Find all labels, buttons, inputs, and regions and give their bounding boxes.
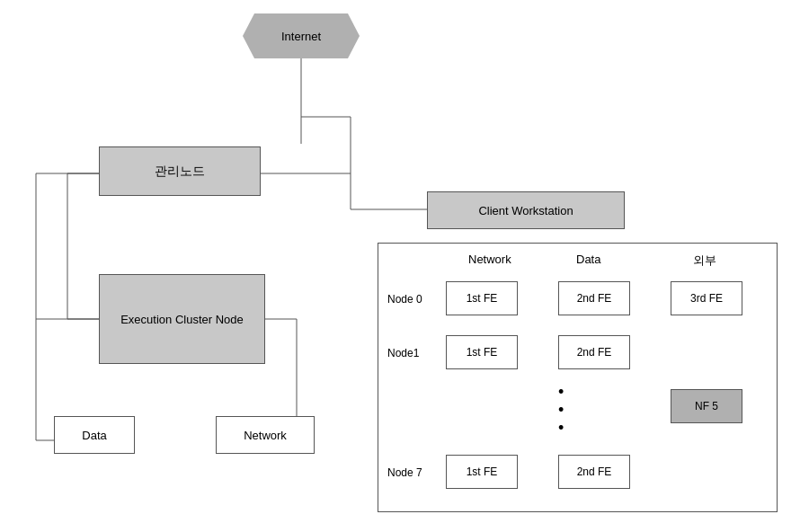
col-network-header: Network [468, 253, 511, 266]
client-workstation-label: Client Workstation [478, 204, 573, 217]
node0-label: Node 0 [387, 293, 422, 306]
node0-3rdFE: 3rd FE [671, 281, 742, 315]
execution-cluster-node: Execution Cluster Node [99, 274, 265, 364]
execution-cluster-label: Execution Cluster Node [120, 313, 244, 326]
node0-1stFE: 1st FE [446, 281, 518, 315]
dots-indicator3: • [558, 419, 566, 438]
internet-node: Internet [243, 9, 360, 63]
node0-2ndFE: 2nd FE [558, 281, 630, 315]
diagram: Internet 관리노드 Client Workstation Executi… [0, 0, 800, 532]
node1-label: Node1 [387, 347, 419, 359]
col-data-header: Data [576, 253, 600, 266]
management-node: 관리노드 [99, 146, 261, 196]
client-workstation: Client Workstation [427, 191, 625, 229]
nf5-cell: NF 5 [671, 389, 742, 423]
network-box: Network [216, 416, 315, 454]
node7-1stFE: 1st FE [446, 455, 518, 489]
grid-container: Network Data 외부 Node 0 1st FE 2nd FE 3rd… [378, 243, 778, 512]
internet-hex: Internet [243, 13, 360, 58]
data-label: Data [82, 429, 106, 442]
node7-label: Node 7 [387, 466, 422, 479]
network-label: Network [244, 429, 287, 442]
management-node-label: 관리노드 [155, 164, 205, 180]
internet-label: Internet [281, 30, 321, 43]
data-box: Data [54, 416, 135, 454]
dots-indicator: • [558, 383, 566, 402]
dots-indicator2: • [558, 401, 566, 420]
col-external-header: 외부 [693, 253, 716, 269]
node1-1stFE: 1st FE [446, 335, 518, 369]
node7-2ndFE: 2nd FE [558, 455, 630, 489]
node1-2ndFE: 2nd FE [558, 335, 630, 369]
